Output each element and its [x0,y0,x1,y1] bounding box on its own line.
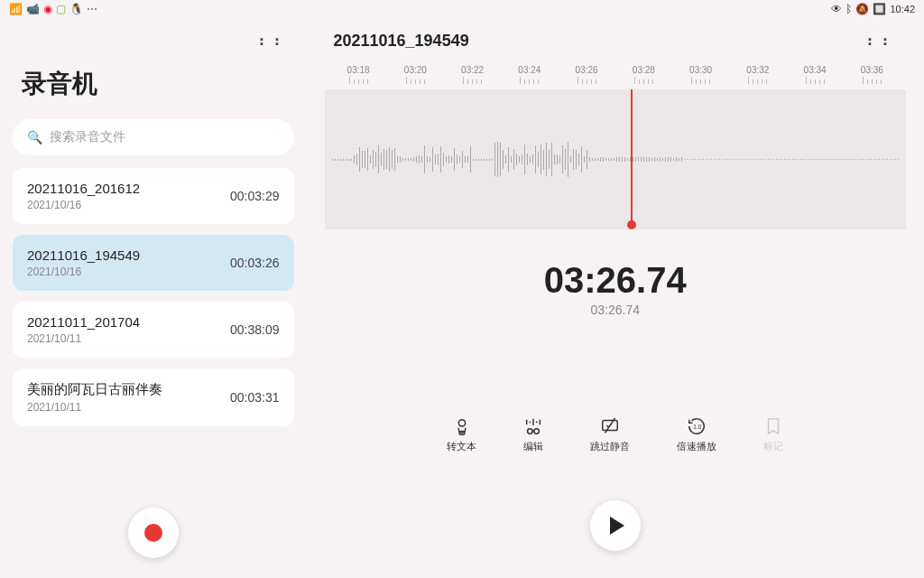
tool-label: 跳过静音 [590,440,630,453]
recording-date: 2021/10/11 [27,332,140,345]
bookmark-icon [763,416,783,436]
file-title: 20211016_194549 [334,32,469,51]
tool-speed[interactable]: 1.0倍速播放 [677,416,716,453]
total-time: 03:26.74 [325,303,907,317]
qq-icon: 🐧 [69,3,83,15]
recording-name: 美丽的阿瓦日古丽伴奏 [27,381,162,398]
timeline-tick: 03:22 [444,65,501,84]
tick-label: 03:34 [804,65,827,75]
skip-silence-icon [600,416,620,436]
recording-date: 2021/10/11 [27,401,162,414]
status-time: 10:42 [890,4,915,14]
wechat-icon: ▢ [56,3,66,15]
play-button[interactable] [590,500,641,551]
tool-label: 倍速播放 [677,440,716,453]
status-bar: 📶 📹 ◉ ▢ 🐧 ⋯ 👁 ᛒ 🔕 🔲 10:42 [0,0,924,18]
recording-duration: 00:03:31 [230,390,280,405]
svg-point-0 [458,420,465,426]
recording-name: 20211011_201704 [27,314,140,330]
timeline[interactable]: 03:1803:2003:2203:2403:2603:2803:3003:32… [325,65,907,246]
weibo-icon: ◉ [43,3,52,15]
timeline-tick: 03:34 [787,65,844,84]
tick-label: 03:32 [746,65,769,75]
svg-point-2 [528,429,533,434]
timeline-tick: 03:36 [844,65,901,84]
recording-name: 20211016_201612 [27,181,140,196]
svg-text:1.0: 1.0 [694,424,702,430]
video-icon: 📹 [26,3,40,15]
tick-label: 03:18 [347,65,370,75]
battery-icon: 🔲 [873,3,886,15]
edit-icon [523,416,543,436]
playhead[interactable] [627,89,636,229]
timeline-tick: 03:30 [672,65,729,84]
timeline-tick: 03:20 [387,65,444,84]
recording-duration: 00:03:29 [230,189,280,203]
detail-more-icon[interactable]: ⠆⠆ [866,31,897,51]
tool-transcribe[interactable]: 转文本 [447,416,476,453]
recording-name: 20211016_194549 [27,247,140,263]
record-button[interactable] [128,508,179,558]
bluetooth-icon: ᛒ [845,3,852,15]
recording-item[interactable]: 美丽的阿瓦日古丽伴奏 2021/10/11 00:03:31 [13,368,294,426]
tick-label: 03:26 [576,65,598,75]
svg-point-3 [534,429,540,434]
recording-duration: 00:03:26 [230,256,280,270]
app-title: 录音机 [9,67,298,119]
timeline-tick: 03:24 [501,65,558,84]
waveform[interactable] [325,89,907,229]
search-input[interactable]: 🔍 搜索录音文件 [13,119,294,155]
tool-label: 转文本 [447,440,476,453]
transcribe-icon [452,416,472,436]
tools-row: 转文本编辑跳过静音1.0倍速播放标记 [325,416,907,453]
time-display: 03:26.74 03:26.74 [325,260,907,317]
tick-label: 03:30 [689,65,712,75]
tick-label: 03:22 [461,65,484,75]
eye-icon: 👁 [831,3,842,15]
tool-label: 编辑 [523,440,543,453]
timeline-tick: 03:28 [615,65,672,84]
tick-label: 03:20 [404,65,427,75]
mute-icon: 🔕 [855,3,869,15]
left-panel: ⠆⠆ 录音机 🔍 搜索录音文件 20211016_201612 2021/10/… [0,18,307,578]
search-icon: 🔍 [27,130,42,144]
tool-bookmark: 标记 [763,416,783,453]
timeline-tick: 03:26 [559,65,615,84]
tool-skip-silence[interactable]: 跳过静音 [590,416,630,453]
recording-item[interactable]: 20211016_201612 2021/10/16 00:03:29 [13,168,294,224]
recording-list: 20211016_201612 2021/10/16 00:03:29 2021… [9,168,298,426]
tick-label: 03:28 [633,65,655,75]
timeline-tick: 03:32 [729,65,786,84]
current-time: 03:26.74 [325,260,907,301]
recording-date: 2021/10/16 [27,266,140,278]
more-options-icon[interactable]: ⠆⠆ [258,31,289,49]
timeline-tick: 03:18 [330,65,387,84]
tool-label: 标记 [763,440,783,453]
tool-edit[interactable]: 编辑 [523,416,543,453]
recording-date: 2021/10/16 [27,199,140,211]
recording-item[interactable]: 20211011_201704 2021/10/11 00:38:09 [13,302,294,358]
right-panel: 20211016_194549 ⠆⠆ 03:1803:2003:2203:240… [307,18,925,578]
wifi-icon: 📶 [9,3,23,15]
recording-item[interactable]: 20211016_194549 2021/10/16 00:03:26 [13,235,294,291]
search-placeholder: 搜索录音文件 [50,129,125,145]
speed-icon: 1.0 [687,416,707,436]
tick-label: 03:36 [861,65,883,75]
recording-duration: 00:38:09 [230,322,280,337]
more-apps-icon: ⋯ [87,3,97,15]
play-icon [610,517,624,535]
tick-label: 03:24 [518,65,541,75]
record-icon [144,524,162,542]
